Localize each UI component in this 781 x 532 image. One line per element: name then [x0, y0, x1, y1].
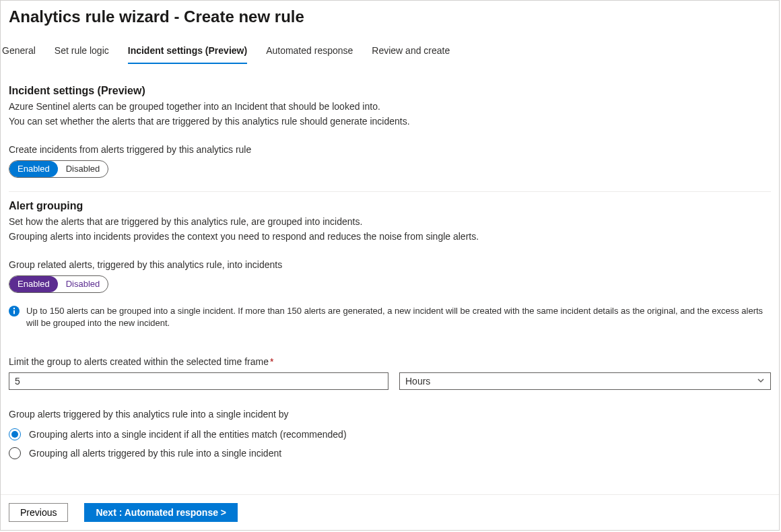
group-by-radio-all-alerts[interactable]: Grouping all alerts triggered by this ru…: [9, 444, 771, 461]
group-related-toggle[interactable]: Enabled Disabled: [9, 275, 108, 293]
radio-label: Grouping alerts into a single incident i…: [29, 429, 347, 440]
time-frame-unit-value: Hours: [405, 376, 430, 387]
wizard-page: Analytics rule wizard - Create new rule …: [0, 0, 780, 531]
info-text: Up to 150 alerts can be grouped into a s…: [26, 305, 771, 329]
radio-label: Grouping all alerts triggered by this ru…: [29, 448, 281, 459]
tab-set-rule-logic[interactable]: Set rule logic: [55, 45, 109, 64]
next-button[interactable]: Next : Automated response >: [84, 503, 238, 522]
group-by-label: Group alerts triggered by this analytics…: [9, 409, 771, 420]
required-marker: *: [270, 356, 273, 367]
tab-general[interactable]: General: [2, 45, 36, 64]
wizard-footer: Previous Next : Automated response >: [1, 494, 779, 530]
create-incidents-toggle[interactable]: Enabled Disabled: [9, 160, 108, 178]
group-by-radio-group: Grouping alerts into a single incident i…: [9, 425, 771, 461]
previous-button[interactable]: Previous: [9, 503, 68, 522]
incident-settings-title: Incident settings (Preview): [9, 85, 771, 97]
group-by-radio-all-entities-match[interactable]: Grouping alerts into a single incident i…: [9, 425, 771, 444]
chevron-down-icon: [757, 376, 765, 387]
section-divider: [9, 191, 771, 192]
incident-settings-desc1: Azure Sentinel alerts can be grouped tog…: [9, 100, 771, 113]
page-title: Analytics rule wizard - Create new rule: [1, 1, 779, 26]
toggle-enabled: Enabled: [9, 161, 58, 177]
tabs: General Set rule logic Incident settings…: [1, 26, 779, 65]
alert-grouping-title: Alert grouping: [9, 200, 771, 212]
radio-icon: [9, 428, 21, 440]
alert-grouping-desc2: Grouping alerts into incidents provides …: [9, 230, 771, 243]
create-incidents-label: Create incidents from alerts triggered b…: [9, 144, 771, 155]
toggle-enabled: Enabled: [9, 276, 58, 292]
toggle-disabled: Disabled: [58, 161, 108, 177]
time-frame-unit-select[interactable]: Hours: [399, 372, 771, 390]
tab-automated-response[interactable]: Automated response: [266, 45, 353, 64]
toggle-disabled: Disabled: [58, 276, 108, 292]
radio-icon: [9, 447, 21, 459]
info-callout: Up to 150 alerts can be grouped into a s…: [9, 305, 771, 329]
alert-grouping-desc1: Set how the alerts that are triggered by…: [9, 215, 771, 228]
svg-rect-1: [13, 310, 15, 314]
tab-incident-settings[interactable]: Incident settings (Preview): [128, 45, 247, 64]
svg-point-2: [13, 308, 15, 309]
tab-review-and-create[interactable]: Review and create: [372, 45, 450, 64]
content-area: Incident settings (Preview) Azure Sentin…: [1, 65, 779, 461]
group-related-label: Group related alerts, triggered by this …: [9, 259, 771, 270]
info-icon: [9, 306, 20, 317]
time-frame-value-input[interactable]: [9, 372, 388, 390]
time-frame-row: Hours: [9, 372, 771, 390]
time-frame-label: Limit the group to alerts created within…: [9, 356, 269, 367]
incident-settings-desc2: You can set whether the alerts that are …: [9, 114, 771, 128]
